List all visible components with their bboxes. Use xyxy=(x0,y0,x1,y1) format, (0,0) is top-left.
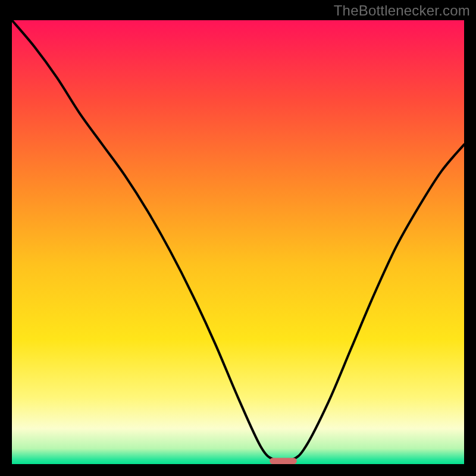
optimal-marker xyxy=(270,458,297,464)
plot-area xyxy=(12,20,464,464)
watermark-text: TheBottlenecker.com xyxy=(334,2,470,19)
chart-frame: TheBottlenecker.com xyxy=(0,0,476,476)
bottleneck-chart xyxy=(12,20,464,464)
